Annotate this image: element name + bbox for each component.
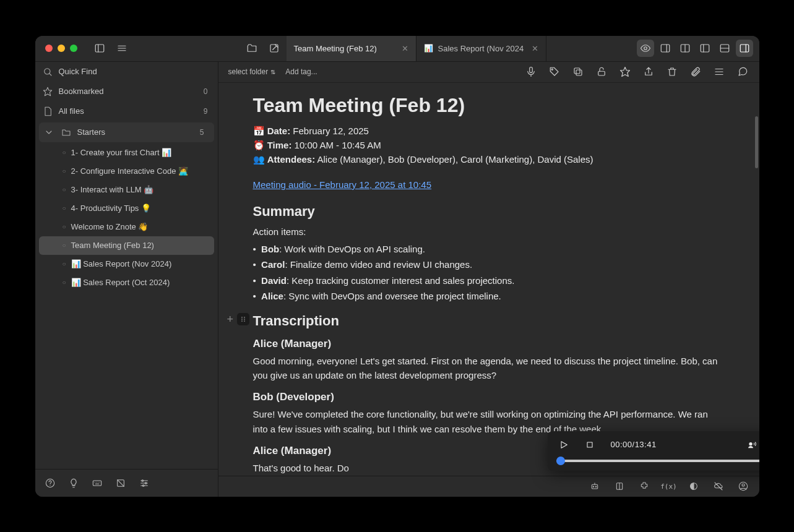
panel-right-button[interactable] [736,40,753,57]
note-content[interactable]: Team Meeting (Feb 12) 📅 Date: February 1… [218,83,759,476]
sidebar-file-item[interactable]: ○📊 Sales Report (Oct 2024) [39,273,214,292]
tab-close-icon[interactable]: ✕ [402,44,408,53]
panel-icon[interactable] [612,479,627,494]
help-button[interactable] [43,476,58,491]
quick-find-row[interactable]: Quick Find [35,62,218,82]
cloud-off-icon[interactable] [711,479,726,494]
lock-button[interactable] [595,65,608,79]
titlebar: Team Meeting (Feb 12) ✕ 📊 Sales Report (… [35,36,759,62]
folder-starters[interactable]: Starters 5 [39,122,214,142]
add-block-button[interactable]: + [227,313,234,326]
add-tag-crumb[interactable]: Add tag... [285,67,317,76]
app-window: Team Meeting (Feb 12) ✕ 📊 Sales Report (… [35,36,759,497]
window-maximize-button[interactable] [70,45,77,52]
svg-rect-35 [529,67,532,73]
window-minimize-button[interactable] [58,45,65,52]
panel-horizontal-button[interactable] [716,40,733,57]
tab-label: Sales Report (Nov 2024 [438,44,524,53]
all-files-count: 9 [204,107,210,116]
theme-icon[interactable] [686,479,701,494]
svg-rect-0 [95,45,104,52]
search-icon [43,67,53,77]
star-icon [43,87,53,97]
action-item: • Bob: Work with DevOps on API scaling. [253,241,725,257]
sidebar-file-item[interactable]: ○2- Configure Interactive Code 🧑‍💻 [39,162,214,181]
outline-button[interactable] [712,65,726,79]
keyboard-button[interactable] [90,476,105,491]
chart-icon: 📊 [424,44,433,53]
select-folder-label: select folder [228,67,269,76]
share-button[interactable] [642,65,655,79]
all-files-row[interactable]: All files 9 [35,101,218,121]
drag-handle-icon[interactable] [237,313,249,325]
tab-close-icon[interactable]: ✕ [532,44,538,53]
sidebar-file-item[interactable]: ○3- Interact with LLM 🤖 [39,181,214,199]
svg-point-49 [244,320,245,322]
attachment-button[interactable] [689,65,702,79]
panel-split-3-button[interactable] [696,40,714,57]
note-toolbar: select folder ⇅ Add tag... [218,62,759,83]
panel-split-2-button[interactable] [676,40,694,57]
svg-rect-39 [598,71,605,75]
window-close-button[interactable] [45,45,53,52]
stop-button[interactable] [582,437,597,452]
action-items-intro: Action items: [253,225,725,239]
bullet-icon: ○ [63,149,66,156]
bullet-icon: ○ [63,205,66,212]
statusbar: f(x) [218,476,759,497]
account-icon[interactable] [736,479,751,494]
panel-split-1-button[interactable] [657,40,674,57]
new-note-button[interactable] [265,40,283,57]
main-pane: select folder ⇅ Add tag... [218,62,759,497]
scrollbar-thumb[interactable] [755,116,758,168]
chevron-down-icon [44,127,54,137]
open-folder-button[interactable] [243,40,261,57]
favorite-button[interactable] [618,65,632,79]
sidebar-file-item[interactable]: ○1- Create your first Chart 📊 [39,144,214,162]
bookmarked-row[interactable]: Bookmarked 0 [35,82,218,101]
svg-point-45 [244,317,245,318]
bookmarked-label: Bookmarked [59,87,104,96]
voice-activity-icon[interactable] [744,437,759,452]
robot-icon[interactable] [587,479,602,494]
sidebar-file-item[interactable]: ○📊 Sales Report (Nov 2024) [39,255,214,273]
bullet-icon: ○ [63,223,66,230]
file-label: Team Meeting (Feb 12) [71,241,154,250]
settings-sliders-button[interactable] [137,476,152,491]
list-view-button[interactable] [113,40,131,57]
folder-label: Starters [77,127,106,137]
toggle-sidebar-button[interactable] [91,40,108,57]
select-folder-crumb[interactable]: select folder ⇅ [228,67,276,76]
svg-rect-11 [701,45,709,52]
summary-heading: Summary [253,204,725,220]
preview-toggle-button[interactable] [637,40,654,57]
svg-rect-22 [93,481,101,486]
bullet-icon: ○ [63,168,66,174]
seek-track[interactable] [556,460,759,462]
audio-link[interactable]: Meeting audio - February 12, 2025 at 10:… [253,179,432,190]
svg-marker-50 [561,441,567,448]
sidebar-file-item[interactable]: ○Welcome to Znote 👋 [39,218,214,236]
sidebar-file-item[interactable]: ○4- Productivity Tips 💡 [39,199,214,218]
svg-line-18 [49,73,51,75]
brightness-button[interactable] [113,476,128,491]
time-line: ⏰ Time: 10:00 AM - 10:45 AM [253,140,725,151]
tab-label: Team Meeting (Feb 12) [294,44,377,53]
file-label: 1- Create your first Chart 📊 [71,148,172,157]
microphone-button[interactable] [524,65,538,79]
seek-thumb[interactable] [556,457,565,465]
delete-button[interactable] [665,65,679,79]
extensions-icon[interactable] [637,479,652,494]
copy-button[interactable] [571,65,585,79]
tab-sales-report[interactable]: 📊 Sales Report (Nov 2024 ✕ [416,36,546,61]
function-icon[interactable]: f(x) [662,479,676,494]
sidebar-file-item[interactable]: ○Team Meeting (Feb 12) [39,236,214,255]
comment-button[interactable] [736,65,749,79]
tab-team-meeting[interactable]: Team Meeting (Feb 12) ✕ [287,36,416,61]
action-item: • David: Keep tracking customer interest… [253,273,725,289]
tag-edit-button[interactable] [548,65,561,79]
bookmarked-count: 0 [204,87,210,96]
play-button[interactable] [556,437,571,452]
bullet-icon: ○ [63,279,66,286]
lightbulb-button[interactable] [66,476,81,491]
